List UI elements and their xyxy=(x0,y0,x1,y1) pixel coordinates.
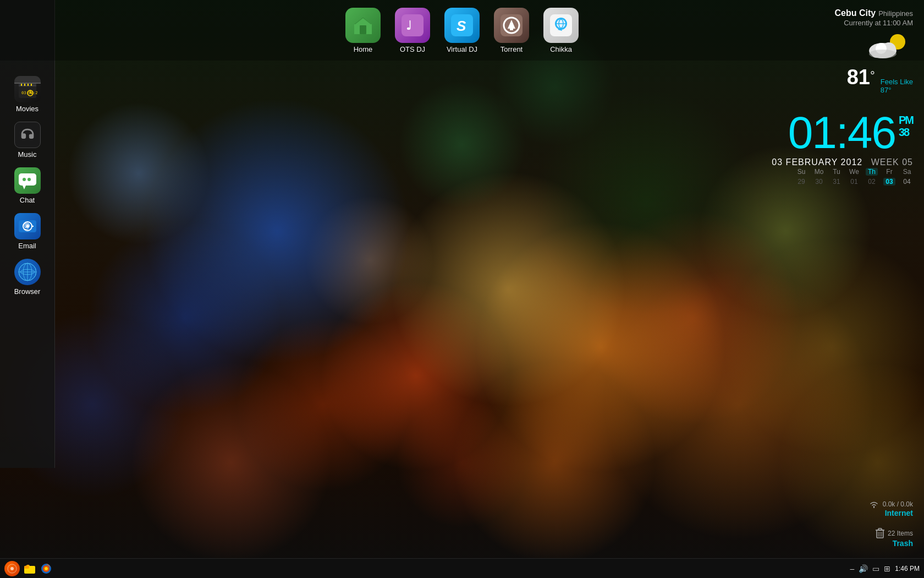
taskbar-minus[interactable]: – xyxy=(850,564,855,573)
cal-day-tu: Tu xyxy=(831,168,843,176)
cal-day-su: Su xyxy=(795,168,807,176)
taskbar-left xyxy=(4,561,53,576)
svg-point-56 xyxy=(10,567,14,570)
sidebar-item-browser[interactable]: Browser xyxy=(3,254,52,300)
svg-rect-58 xyxy=(24,566,29,569)
cal-date-02: 02 xyxy=(866,178,878,186)
dock-item-home[interactable]: Home xyxy=(341,5,385,56)
weather-city: Cebu City xyxy=(834,8,876,18)
clock-widget: 01 : 46 PM 38 03 FEBRUARY 2012 WEEK 05 xyxy=(772,110,913,167)
cal-day-mo: Mo xyxy=(813,168,825,176)
otsdj-dock-icon: ♩ xyxy=(395,8,430,43)
wifi-icon xyxy=(868,500,879,509)
dock-item-torrent[interactable]: Torrent xyxy=(490,5,534,56)
cal-date-01: 01 xyxy=(848,178,860,186)
dock-chikka-label: Chikka xyxy=(550,45,572,53)
cal-day-we: We xyxy=(848,168,860,176)
weather-degree: ° xyxy=(870,69,875,83)
network-label-text: Internet xyxy=(868,509,913,517)
cal-date-31: 31 xyxy=(831,178,843,186)
cal-day-fr: Fr xyxy=(883,168,895,176)
network-speed-text: 0.0k / 0.0k xyxy=(883,500,913,508)
weather-temperature: 81 xyxy=(847,66,870,89)
chat-icon xyxy=(14,167,41,194)
svg-rect-29 xyxy=(402,14,424,36)
svg-marker-14 xyxy=(23,186,26,189)
cal-date-30: 30 xyxy=(813,178,825,186)
clock-week: WEEK 05 xyxy=(871,157,913,167)
svg-rect-0 xyxy=(19,80,36,98)
sidebar-item-email[interactable]: @ Email xyxy=(3,209,52,254)
virtualdj-dock-icon: S xyxy=(444,8,480,43)
sidebar-music-label: Music xyxy=(18,150,37,159)
wallpaper xyxy=(0,0,924,578)
svg-text:@: @ xyxy=(23,221,30,230)
taskbar-clock: 1:46 PM xyxy=(895,565,920,572)
music-icon xyxy=(14,122,41,148)
svg-point-61 xyxy=(45,567,48,570)
taskbar-right: – 🔊 ▭ ⊞ 1:46 PM xyxy=(850,564,920,573)
clock-hours: 01 xyxy=(788,110,836,155)
clock-date-display: 03 FEBRUARY 2012 WEEK 05 xyxy=(772,157,913,167)
cal-day-th: Th xyxy=(866,168,878,176)
trash-label-text: Trash xyxy=(876,539,913,548)
top-dock: Home ♩ OTS DJ S Virtual DJ xyxy=(0,0,924,61)
dock-virtualdj-label: Virtual DJ xyxy=(447,45,477,53)
browser-icon xyxy=(14,259,41,285)
cal-day-sa: Sa xyxy=(901,168,913,176)
cal-date-29: 29 xyxy=(795,178,807,186)
sidebar-item-chat[interactable]: Chat xyxy=(3,163,52,209)
taskbar-browser[interactable] xyxy=(40,562,53,575)
taskbar: – 🔊 ▭ ⊞ 1:46 PM xyxy=(0,558,924,578)
dock-item-chikka[interactable]: Chikka xyxy=(539,5,583,56)
sidebar-item-movies[interactable]: 03:05:29 Movies xyxy=(3,72,52,117)
system-orb[interactable] xyxy=(4,561,20,576)
weather-feels-like: Feels Like 87° xyxy=(881,78,913,94)
dock-item-virtualdj[interactable]: S Virtual DJ xyxy=(440,5,484,56)
chikka-dock-icon xyxy=(543,8,579,43)
clock-ampm-label: PM xyxy=(899,114,913,126)
clock-colon: : xyxy=(836,110,848,155)
svg-rect-51 xyxy=(878,528,882,530)
sidebar-email-label: Email xyxy=(18,242,36,250)
svg-point-48 xyxy=(869,50,897,58)
weather-country: Philippines xyxy=(878,9,913,18)
sidebar-chat-label: Chat xyxy=(20,196,35,204)
trash-icon xyxy=(876,528,884,539)
mini-calendar: Su Mo Tu We Th Fr Sa 29 30 31 01 02 03 0… xyxy=(795,168,913,186)
home-dock-icon xyxy=(345,8,381,43)
svg-point-13 xyxy=(28,178,31,181)
weather-icon xyxy=(864,30,913,63)
taskbar-network-tray[interactable]: ⊞ xyxy=(884,564,890,573)
dock-otsdj-label: OTS DJ xyxy=(400,45,425,53)
clock-seconds: 38 xyxy=(899,127,909,138)
clock-minutes: 46 xyxy=(848,110,895,155)
svg-point-12 xyxy=(23,178,26,181)
dock-torrent-label: Torrent xyxy=(501,45,522,53)
sidebar-browser-label: Browser xyxy=(14,287,41,296)
svg-text:03:05:29: 03:05:29 xyxy=(21,91,38,95)
trash-count-text: 22 Items xyxy=(888,530,913,537)
weather-time: Currently at 11:00 AM xyxy=(834,19,913,27)
taskbar-volume[interactable]: 🔊 xyxy=(859,564,868,573)
dock-item-otsdj[interactable]: ♩ OTS DJ xyxy=(391,5,435,56)
torrent-dock-icon xyxy=(494,8,529,43)
taskbar-filemanager[interactable] xyxy=(23,562,36,575)
trash-widget: 22 Items Trash xyxy=(876,528,913,548)
svg-text:♩: ♩ xyxy=(406,19,411,32)
svg-rect-27 xyxy=(360,25,366,34)
clock-time-display: 01 : 46 PM 38 xyxy=(772,110,913,155)
cal-date-03: 03 xyxy=(883,178,895,186)
dock-home-label: Home xyxy=(354,45,373,53)
sidebar: 03:05:29 Movies Music Chat xyxy=(0,0,55,468)
weather-widget: Cebu City Philippines Currently at 11:00… xyxy=(834,8,913,94)
taskbar-display[interactable]: ▭ xyxy=(872,564,879,573)
email-icon: @ xyxy=(14,213,41,239)
calendar-dates: 29 30 31 01 02 03 04 xyxy=(795,178,913,186)
sidebar-movies-label: Movies xyxy=(16,105,38,113)
cal-date-04: 04 xyxy=(901,178,913,186)
sidebar-item-music[interactable]: Music xyxy=(3,117,52,163)
svg-text:S: S xyxy=(457,18,466,34)
clock-ampm-group: PM 38 xyxy=(899,114,913,138)
calendar-header: Su Mo Tu We Th Fr Sa xyxy=(795,168,913,176)
